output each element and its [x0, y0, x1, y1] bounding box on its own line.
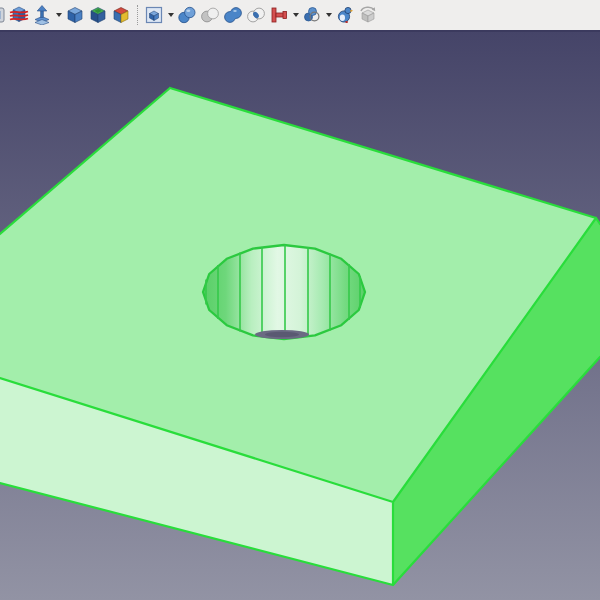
clipped-toolbar-button[interactable]	[0, 3, 7, 27]
clipped-icon	[0, 5, 7, 25]
box-primitive-button[interactable]	[64, 3, 86, 27]
splitting-tools-dropdown-arrow[interactable]	[324, 3, 333, 27]
intersection-spheres-icon	[246, 5, 266, 25]
shape-builder-icon	[111, 5, 131, 25]
main-toolbar	[0, 0, 600, 30]
extrude-button[interactable]	[31, 3, 53, 27]
toolbar-separator	[137, 5, 138, 25]
join-features-button[interactable]	[268, 3, 290, 27]
join-features-dropdown-arrow[interactable]	[291, 3, 300, 27]
cross-sections-icon	[9, 5, 29, 25]
compound-tools-icon	[144, 5, 164, 25]
hole[interactable]	[203, 245, 365, 339]
defeaturing-button[interactable]	[357, 3, 379, 27]
viewport-top-edge	[0, 30, 600, 32]
box-primitive-icon	[65, 5, 85, 25]
intersection-button[interactable]	[245, 3, 267, 27]
cross-sections-button[interactable]	[8, 3, 30, 27]
union-spheres-icon	[223, 5, 243, 25]
hole-bottom-opening-core	[265, 332, 299, 338]
cut-spheres-icon	[200, 5, 220, 25]
extrude-icon	[32, 5, 52, 25]
defeaturing-icon	[358, 5, 378, 25]
boolean-button[interactable]	[176, 3, 198, 27]
check-geometry-button[interactable]	[334, 3, 356, 27]
union-button[interactable]	[222, 3, 244, 27]
viewport-3d[interactable]	[0, 30, 600, 600]
splitting-tools-button[interactable]	[301, 3, 323, 27]
compound-tools-dropdown-arrow[interactable]	[166, 3, 175, 27]
extrude-dropdown-arrow[interactable]	[54, 3, 63, 27]
check-geometry-icon	[335, 5, 355, 25]
join-features-icon	[269, 5, 289, 25]
shape-builder-button[interactable]	[110, 3, 132, 27]
hole-wall[interactable]	[203, 245, 365, 339]
splitting-tools-icon	[302, 5, 322, 25]
compound-tools-button[interactable]	[143, 3, 165, 27]
face-cube-icon	[88, 5, 108, 25]
boolean-spheres-icon	[177, 5, 197, 25]
cut-button[interactable]	[199, 3, 221, 27]
face-cube-button[interactable]	[87, 3, 109, 27]
